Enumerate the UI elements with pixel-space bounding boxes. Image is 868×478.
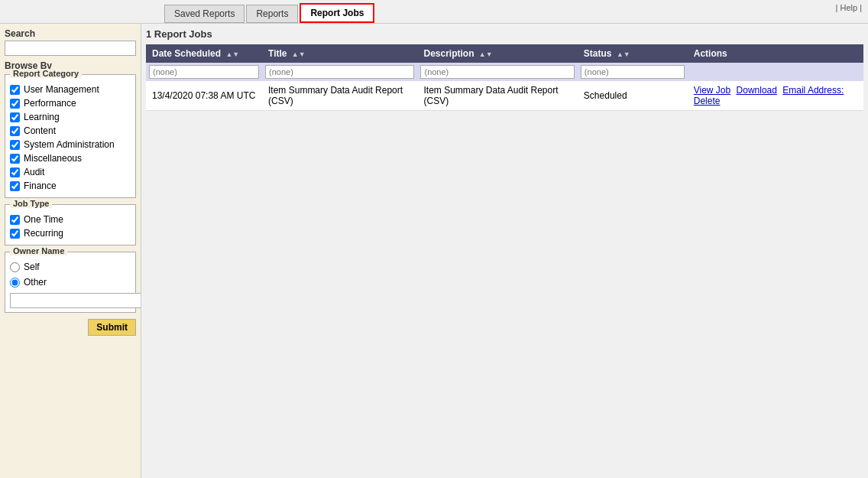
search-input[interactable] [5,41,136,56]
action-download[interactable]: Download [737,85,777,96]
category-miscellaneous: Miscellaneous [10,153,131,164]
filter-description [417,63,577,81]
filter-actions [688,63,863,81]
filter-title [262,63,417,81]
owner-other-item: Other [10,277,131,288]
action-email-address[interactable]: Email Address: [782,85,844,96]
category-finance: Finance [10,180,131,191]
category-audit-checkbox[interactable] [10,167,20,177]
job-type-one-time-checkbox[interactable] [10,215,20,225]
category-content-checkbox[interactable] [10,126,20,136]
col-status[interactable]: Status ▲▼ [578,44,688,63]
table-filter-row [146,63,863,81]
table-header-row: Date Scheduled ▲▼ Title ▲▼ Description ▲… [146,44,863,63]
category-performance-label: Performance [24,98,76,109]
sort-icon-title: ▲▼ [292,50,306,58]
main-layout: Search Browse By Report Category User Ma… [0,24,868,478]
tab-reports[interactable]: Reports [246,5,298,23]
owner-self-item: Self [10,262,131,272]
sort-icon-status: ▲▼ [617,50,630,58]
table-row: 13/4/2020 07:38 AM UTC Item Summary Data… [146,81,863,111]
submit-button[interactable]: Submit [88,319,136,336]
filter-description-input[interactable] [420,65,574,79]
job-type-one-time-label: One Time [24,214,63,225]
col-actions-label: Actions [694,48,727,59]
job-type-group: Job Type One Time Recurring [5,204,136,246]
owner-other-radio[interactable] [10,278,20,288]
owner-name-legend: Owner Name [10,246,67,255]
tab-report-jobs[interactable]: Report Jobs [300,3,374,23]
category-system-admin: System Administration [10,139,131,150]
help-link[interactable]: | Help | [836,3,862,12]
filter-title-input[interactable] [265,65,414,79]
report-table: Date Scheduled ▲▼ Title ▲▼ Description ▲… [146,44,863,111]
filter-status-input[interactable] [581,65,685,79]
submit-row: Submit [5,319,136,336]
job-type-one-time: One Time [10,214,131,225]
col-status-label: Status [584,48,612,59]
action-delete[interactable]: Delete [694,96,721,106]
category-content-label: Content [24,125,56,136]
category-performance: Performance [10,98,131,109]
report-count: 1 Report Jobs [146,28,863,40]
category-miscellaneous-checkbox[interactable] [10,154,20,164]
category-finance-checkbox[interactable] [10,181,20,191]
category-audit-label: Audit [24,167,44,177]
sort-icon-description: ▲▼ [479,50,493,58]
job-type-content: One Time Recurring [10,214,131,239]
category-finance-label: Finance [24,180,57,191]
col-title[interactable]: Title ▲▼ [262,44,417,63]
category-system-admin-checkbox[interactable] [10,140,20,150]
sidebar: Search Browse By Report Category User Ma… [0,24,141,478]
owner-other-label: Other [24,277,47,288]
category-audit: Audit [10,167,131,177]
filter-date [146,63,262,81]
tab-bar: Saved Reports Reports Report Jobs | Help… [0,0,868,24]
col-actions: Actions [688,44,863,63]
report-category-legend: Report Category [10,69,82,78]
category-performance-checkbox[interactable] [10,99,20,109]
category-learning-label: Learning [24,112,60,122]
category-user-management-checkbox[interactable] [10,85,20,95]
category-system-admin-label: System Administration [24,139,115,150]
category-learning: Learning [10,112,131,122]
filter-date-input[interactable] [149,65,259,79]
job-type-legend: Job Type [10,199,52,208]
owner-search-input[interactable] [10,293,141,308]
filter-status [578,63,688,81]
owner-name-content: Self Other 🔍 [10,262,131,309]
main-content: 1 Report Jobs Date Scheduled ▲▼ Title ▲▼… [141,24,868,478]
col-description[interactable]: Description ▲▼ [417,44,577,63]
category-user-management: User Management [10,84,131,95]
category-content: Content [10,125,131,136]
search-label: Search [5,28,136,39]
action-view-job[interactable]: View Job [694,85,730,96]
category-miscellaneous-label: Miscellaneous [24,153,82,164]
tab-saved-reports[interactable]: Saved Reports [164,5,245,23]
report-category-content: User Management Performance Learning Con… [10,84,131,191]
col-description-label: Description [423,48,474,59]
owner-self-label: Self [24,262,40,272]
owner-self-radio[interactable] [10,262,20,272]
job-type-recurring: Recurring [10,228,131,239]
report-category-group: Report Category User Management Performa… [5,74,136,198]
col-date-scheduled[interactable]: Date Scheduled ▲▼ [146,44,262,63]
cell-description: Item Summary Data Audit Report (CSV) [417,81,577,111]
category-user-management-label: User Management [24,84,99,95]
cell-actions: View Job Download Email Address: Delete [688,81,863,111]
owner-search-row: 🔍 [10,292,131,309]
job-type-recurring-label: Recurring [24,228,63,239]
cell-status: Scheduled [578,81,688,111]
job-type-recurring-checkbox[interactable] [10,229,20,239]
cell-date: 13/4/2020 07:38 AM UTC [146,81,262,111]
col-date-scheduled-label: Date Scheduled [152,48,221,59]
category-learning-checkbox[interactable] [10,112,20,122]
cell-title: Item Summary Data Audit Report (CSV) [262,81,417,111]
sort-icon-date: ▲▼ [225,50,239,58]
col-title-label: Title [268,48,287,59]
owner-name-group: Owner Name Self Other 🔍 [5,252,136,313]
